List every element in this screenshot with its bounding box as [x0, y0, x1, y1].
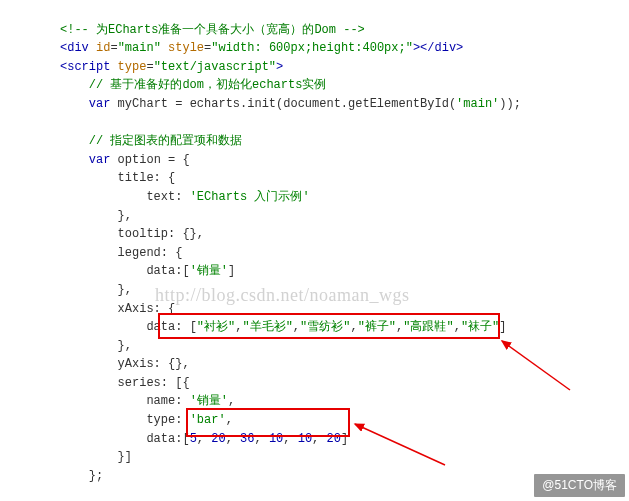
code-number: 10: [269, 432, 283, 446]
code-string: "main": [118, 41, 161, 55]
code-text: ,: [228, 394, 235, 408]
code-text: tooltip: {},: [118, 227, 204, 241]
code-text: title: {: [118, 171, 176, 185]
code-text: legend: {: [118, 246, 183, 260]
code-string: 'main': [456, 97, 499, 111]
code-string: '销量': [190, 264, 228, 278]
code-attr: type: [118, 60, 147, 74]
code-string: "高跟鞋": [403, 320, 453, 334]
code-text: },: [118, 283, 132, 297]
code-text: },: [118, 339, 132, 353]
code-tag: ></div>: [413, 41, 463, 55]
code-block: <!-- 为ECharts准备一个具备大小（宽高）的Dom --> <div i…: [0, 0, 629, 501]
code-number: 10: [298, 432, 312, 446]
code-text: data: [: [146, 320, 196, 334]
code-string: 'bar': [190, 413, 226, 427]
code-text: type:: [146, 413, 189, 427]
code-text: ]: [228, 264, 235, 278]
code-string: "雪纺衫": [300, 320, 350, 334]
code-text: yAxis: {},: [118, 357, 190, 371]
code-text: xAxis: {: [118, 302, 176, 316]
code-text: }]: [118, 450, 132, 464]
code-string: "羊毛衫": [242, 320, 292, 334]
code-number: 5: [190, 432, 197, 446]
code-number: 20: [327, 432, 341, 446]
code-text: data:[: [146, 264, 189, 278]
code-string: "袜子": [461, 320, 499, 334]
code-string: "text/javascript": [154, 60, 276, 74]
code-text: ]: [499, 320, 506, 334]
code-number: 20: [211, 432, 225, 446]
code-text: },: [118, 209, 132, 223]
code-string: "width: 600px;height:400px;": [211, 41, 413, 55]
code-comment: <!-- 为ECharts准备一个具备大小（宽高）的Dom -->: [60, 23, 365, 37]
code-tag: <div: [60, 41, 96, 55]
code-text: name:: [146, 394, 189, 408]
code-comment: // 指定图表的配置项和数据: [89, 134, 243, 148]
code-string: "裤子": [358, 320, 396, 334]
source-watermark: @51CTO博客: [534, 474, 625, 497]
code-number: 36: [240, 432, 254, 446]
code-text: ]: [341, 432, 348, 446]
code-tag: <script: [60, 60, 118, 74]
code-attr: style: [168, 41, 204, 55]
code-text: ,: [226, 413, 233, 427]
code-tag: >: [276, 60, 283, 74]
code-text: text:: [146, 190, 189, 204]
code-string: 'ECharts 入门示例': [190, 190, 310, 204]
code-string: "衬衫": [197, 320, 235, 334]
code-keyword: var: [89, 153, 111, 167]
code-attr: id: [96, 41, 110, 55]
code-string: '销量': [190, 394, 228, 408]
code-text: data:[: [146, 432, 189, 446]
code-text: series: [{: [118, 376, 190, 390]
code-keyword: var: [89, 97, 111, 111]
code-text: myChart = echarts.init(document.getEleme…: [110, 97, 456, 111]
code-text: ));: [499, 97, 521, 111]
code-text: };: [89, 469, 103, 483]
code-text: option = {: [110, 153, 189, 167]
code-comment: // 基于准备好的dom，初始化echarts实例: [89, 78, 327, 92]
